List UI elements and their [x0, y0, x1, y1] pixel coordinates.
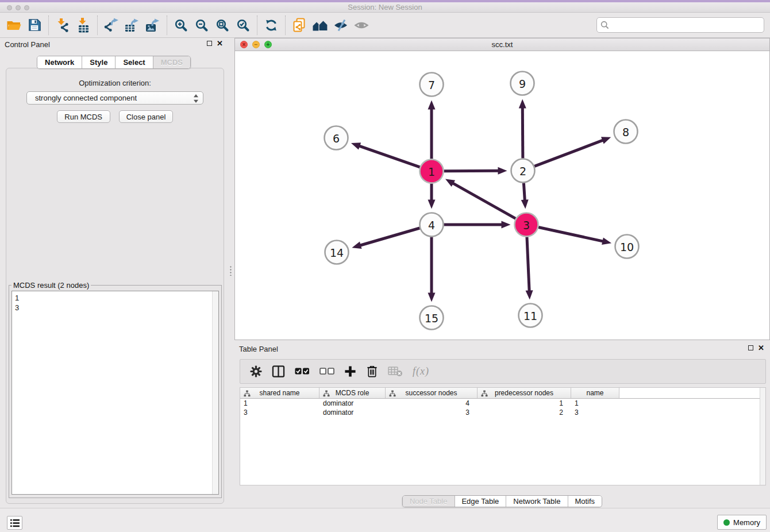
table-settings-button[interactable]	[250, 365, 262, 377]
graph-node-15[interactable]: 15	[420, 306, 444, 330]
graph-edge-1-4[interactable]	[428, 184, 436, 209]
graph-node-9[interactable]: 9	[511, 72, 534, 95]
column-header-MCDS-role[interactable]: MCDS role	[319, 388, 386, 398]
cell-MCDS-role: dominator	[319, 399, 386, 408]
graph-node-6[interactable]: 6	[325, 126, 348, 150]
import-network-button[interactable]	[52, 14, 73, 36]
open-session-button[interactable]	[3, 14, 24, 36]
graph-edge-1-6[interactable]	[351, 142, 420, 167]
result-scrollbar[interactable]	[212, 291, 218, 494]
graph-node-3[interactable]: 3	[515, 213, 538, 237]
graph-edge-1-2[interactable]	[444, 167, 507, 175]
tab-network[interactable]: Network	[37, 56, 82, 68]
hide-selected-button[interactable]	[330, 14, 351, 36]
mcds-panel: Optimization criterion: strongly connect…	[6, 68, 224, 504]
close-panel-button-mcds[interactable]: Close panel	[119, 110, 174, 123]
select-all-button[interactable]	[295, 368, 310, 375]
zoom-fit-button[interactable]	[212, 14, 233, 36]
home-view-button[interactable]	[310, 14, 330, 36]
graph-node-7[interactable]: 7	[420, 73, 444, 97]
graph-edge-2-8[interactable]	[534, 137, 611, 166]
search-input[interactable]	[596, 17, 764, 33]
deselect-all-button[interactable]	[319, 368, 334, 375]
run-mcds-button[interactable]: Run MCDS	[57, 110, 110, 123]
delete-row-button[interactable]	[366, 365, 378, 378]
criterion-select[interactable]: strongly connected component	[26, 91, 203, 105]
graph-node-1[interactable]: 1	[420, 160, 444, 183]
trash-icon	[366, 365, 378, 378]
delete-table-button[interactable]	[388, 366, 403, 377]
cell-MCDS-role: dominator	[319, 408, 386, 417]
show-panels-button[interactable]	[7, 516, 22, 530]
column-header-successor-nodes[interactable]: successor nodes	[386, 388, 478, 398]
graph-edge-1-7[interactable]	[428, 101, 436, 159]
criterion-value: strongly connected component	[35, 94, 137, 102]
graph-node-10[interactable]: 10	[615, 235, 639, 259]
tab-edge-table[interactable]: Edge Table	[455, 496, 506, 507]
import-table-button[interactable]	[73, 14, 94, 36]
float-table-panel-button[interactable]	[748, 345, 753, 350]
graph-edge-3-1[interactable]	[445, 179, 515, 219]
table-panel-header: Table Panel ✕	[234, 342, 770, 356]
memory-button[interactable]: Memory	[717, 515, 767, 530]
zoom-out-button[interactable]	[191, 14, 212, 36]
table-row[interactable]: 3dominator323	[240, 408, 765, 417]
graph-node-8[interactable]: 8	[614, 120, 638, 144]
column-header-predecessor-nodes[interactable]: predecessor nodes	[478, 388, 571, 398]
network-window-title: scc.txt	[235, 40, 769, 49]
mcds-result-text[interactable]: 13	[11, 291, 219, 495]
table-panel-tabs: Node TableEdge TableNetwork TableMotifs	[402, 495, 602, 507]
graph-edge-3-10[interactable]	[538, 228, 611, 245]
refresh-view-button[interactable]	[261, 14, 282, 36]
show-all-button[interactable]	[351, 14, 372, 36]
save-disk-icon	[28, 18, 41, 32]
table-toolbar: f(x)	[240, 359, 766, 384]
save-session-button[interactable]	[24, 14, 45, 36]
tab-network-table[interactable]: Network Table	[506, 496, 568, 507]
show-columns-button[interactable]	[272, 365, 285, 377]
graph-node-2[interactable]: 2	[511, 159, 535, 183]
export-image-icon	[145, 18, 160, 33]
tab-select[interactable]: Select	[116, 56, 153, 68]
copy-network-button[interactable]	[289, 14, 310, 36]
add-row-button[interactable]	[344, 365, 356, 377]
table-scrollbar[interactable]	[760, 388, 765, 485]
graph-node-14[interactable]: 14	[325, 241, 349, 264]
graph-edge-2-3[interactable]	[521, 183, 529, 209]
tab-style[interactable]: Style	[82, 56, 116, 68]
float-panel-button[interactable]	[207, 41, 212, 46]
graph-edge-2-9[interactable]	[519, 99, 526, 158]
graph-node-4[interactable]: 4	[420, 213, 444, 237]
mcds-result-title: MCDS result (2 nodes)	[11, 281, 91, 290]
tab-mcds[interactable]: MCDS	[153, 56, 190, 68]
column-header-shared-name[interactable]: shared name	[240, 388, 319, 398]
graph-edge-4-15[interactable]	[428, 237, 436, 302]
node-table: shared nameMCDS rolesuccessor nodesprede…	[240, 387, 766, 485]
tab-motifs[interactable]: Motifs	[568, 496, 602, 507]
close-panel-button[interactable]: ✕	[217, 41, 223, 46]
svg-text:8: 8	[622, 126, 629, 138]
toolbar-separator	[167, 16, 167, 35]
zoom-selected-button[interactable]	[233, 14, 253, 36]
vertical-splitter-handle[interactable]	[229, 265, 232, 276]
zoom-fit-icon	[215, 18, 229, 32]
column-header-name[interactable]: name	[571, 388, 619, 398]
network-canvas[interactable]: 7968124314101511	[235, 51, 769, 340]
function-builder-button[interactable]: f(x)	[413, 365, 429, 377]
table-panel: Table Panel ✕	[234, 342, 770, 508]
list-icon	[10, 519, 20, 527]
svg-text:4: 4	[428, 219, 435, 232]
close-table-panel-button[interactable]: ✕	[758, 345, 764, 350]
tab-node-table[interactable]: Node Table	[403, 496, 455, 507]
eye-icon	[354, 18, 369, 32]
graph-edge-4-14[interactable]	[352, 228, 419, 249]
graph-node-11[interactable]: 11	[519, 304, 542, 327]
graph-edge-3-11[interactable]	[526, 237, 533, 299]
graph-edge-4-3[interactable]	[444, 221, 511, 229]
export-network-button[interactable]	[101, 14, 122, 36]
table-row[interactable]: 1dominator411	[240, 399, 765, 408]
zoom-in-button[interactable]	[171, 14, 191, 36]
export-table-button[interactable]	[122, 14, 143, 36]
export-image-button[interactable]	[143, 14, 163, 36]
table-header-row: shared nameMCDS rolesuccessor nodesprede…	[240, 388, 765, 399]
